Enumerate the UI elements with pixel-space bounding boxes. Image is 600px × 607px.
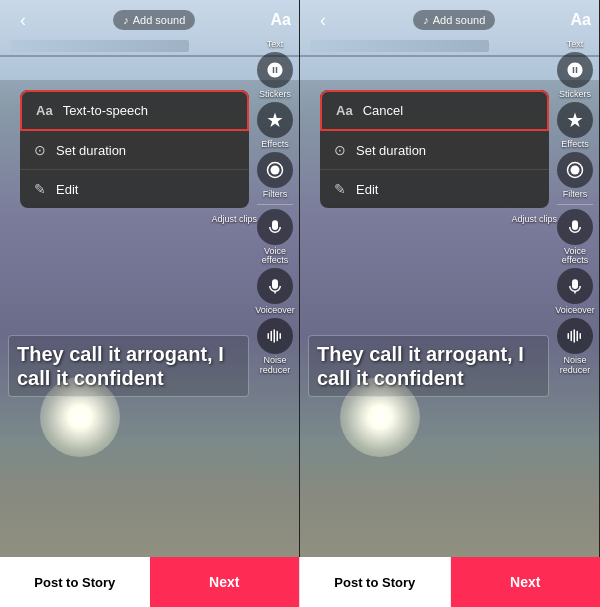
effects-icon-right [557, 102, 593, 138]
effects-icon [257, 102, 293, 138]
filters-label: Filters [263, 190, 288, 200]
voice-effects-label-right: Voice effects [555, 247, 595, 267]
caption-text-left: They call it arrogant, I call it confide… [8, 335, 249, 397]
bottom-bars: Post to Story Next Post to Story Next [0, 557, 600, 607]
tts-icon: Aa [36, 103, 53, 118]
noise-reducer-tool-right[interactable]: Noise reducer [555, 318, 595, 376]
duration-label: Set duration [56, 143, 126, 158]
cancel-label: Cancel [363, 103, 403, 118]
voice-effects-label: Voice effects [255, 247, 295, 267]
effects-label: Effects [261, 140, 288, 150]
edit-icon-right: ✎ [334, 181, 346, 197]
stickers-tool[interactable]: Stickers [257, 52, 293, 100]
text-style-button[interactable]: Aa [271, 11, 291, 29]
post-story-button-left[interactable]: Post to Story [0, 557, 150, 607]
filters-icon-right [557, 152, 593, 188]
filters-label-right: Filters [563, 190, 588, 200]
edit-label: Edit [56, 182, 78, 197]
voiceover-label-right: Voiceover [555, 306, 595, 316]
duration-label-right: Set duration [356, 143, 426, 158]
svg-point-0 [271, 165, 280, 174]
post-story-button-right[interactable]: Post to Story [300, 557, 451, 607]
filters-tool[interactable]: Filters [257, 152, 293, 200]
next-button-right[interactable]: Next [451, 557, 601, 607]
svg-rect-4 [271, 331, 273, 342]
stickers-icon-right [557, 52, 593, 88]
svg-rect-15 [580, 333, 582, 339]
context-menu-right: Aa Cancel ⊙ Set duration ✎ Edit [320, 90, 549, 208]
ceiling-detail-right [310, 40, 489, 52]
back-button[interactable]: ‹ [8, 10, 38, 31]
adjust-clips-label: Adjust clips [211, 215, 257, 225]
noise-reducer-icon [257, 318, 293, 354]
voice-effects-tool-right[interactable]: Voice effects [555, 209, 595, 267]
add-sound-button-right[interactable]: ♪ Add sound [413, 10, 495, 30]
toolbar-divider [257, 204, 293, 205]
next-button-left[interactable]: Next [150, 557, 300, 607]
filters-tool-right[interactable]: Filters [557, 152, 593, 200]
edit-item[interactable]: ✎ Edit [20, 170, 249, 208]
noise-reducer-label-right: Noise reducer [555, 356, 595, 376]
set-duration-item-right[interactable]: ⊙ Set duration [320, 131, 549, 170]
right-toolbar-right: Text Stickers Effects Filters [555, 40, 595, 376]
text-style-button-right[interactable]: Aa [571, 11, 591, 29]
edit-icon: ✎ [34, 181, 46, 197]
noise-reducer-tool[interactable]: Noise reducer [255, 318, 295, 376]
toolbar-divider-right [557, 204, 593, 205]
text-to-speech-item[interactable]: Aa Text-to-speech [20, 90, 249, 131]
tts-label: Text-to-speech [63, 103, 148, 118]
set-duration-item[interactable]: ⊙ Set duration [20, 131, 249, 170]
effects-tool-right[interactable]: Effects [557, 102, 593, 150]
cancel-item[interactable]: Aa Cancel [320, 90, 549, 131]
text-tool[interactable]: Text [267, 40, 284, 50]
svg-rect-13 [574, 329, 576, 343]
top-bar-right: ‹ ♪ Add sound Aa [300, 0, 599, 40]
voice-effects-icon-right [557, 209, 593, 245]
voiceover-icon [257, 268, 293, 304]
voiceover-tool[interactable]: Voiceover [255, 268, 295, 316]
right-panel: ‹ ♪ Add sound Aa Text Stickers [300, 0, 600, 557]
duration-icon-right: ⊙ [334, 142, 346, 158]
svg-rect-14 [577, 331, 579, 342]
voiceover-label: Voiceover [255, 306, 295, 316]
effects-label-right: Effects [561, 140, 588, 150]
svg-rect-5 [274, 329, 276, 343]
left-bottom-bar: Post to Story Next [0, 557, 300, 607]
right-toolbar: Text Stickers Effects Filters [255, 40, 295, 376]
right-bottom-bar: Post to Story Next [300, 557, 600, 607]
add-sound-label-right: Add sound [433, 14, 486, 26]
music-icon: ♪ [123, 14, 129, 26]
adjust-clips-label-right: Adjust clips [511, 215, 557, 225]
text-label: Text [267, 40, 284, 50]
context-menu-left: Aa Text-to-speech ⊙ Set duration ✎ Edit [20, 90, 249, 208]
left-panel: ‹ ♪ Add sound Aa Text Stickers [0, 0, 300, 557]
adjust-clips-area[interactable]: Adjust clips [211, 215, 257, 225]
noise-reducer-label: Noise reducer [255, 356, 295, 376]
voice-effects-tool[interactable]: Voice effects [255, 209, 295, 267]
svg-rect-12 [571, 331, 573, 342]
edit-label-right: Edit [356, 182, 378, 197]
voice-effects-icon [257, 209, 293, 245]
stickers-label-right: Stickers [559, 90, 591, 100]
svg-rect-7 [280, 333, 282, 339]
voiceover-tool-right[interactable]: Voiceover [555, 268, 595, 316]
duration-icon: ⊙ [34, 142, 46, 158]
back-button-right[interactable]: ‹ [308, 10, 338, 31]
svg-rect-3 [268, 333, 270, 339]
cancel-aa-icon: Aa [336, 103, 353, 118]
adjust-clips-area-right[interactable]: Adjust clips [511, 215, 557, 225]
edit-item-right[interactable]: ✎ Edit [320, 170, 549, 208]
ceiling-detail [10, 40, 189, 52]
caption-text-right: They call it arrogant, I call it confide… [308, 335, 549, 397]
text-label-right: Text [567, 40, 584, 50]
voiceover-icon-right [557, 268, 593, 304]
stickers-tool-right[interactable]: Stickers [557, 52, 593, 100]
text-tool-right[interactable]: Text [567, 40, 584, 50]
music-icon-right: ♪ [423, 14, 429, 26]
add-sound-button[interactable]: ♪ Add sound [113, 10, 195, 30]
effects-tool[interactable]: Effects [257, 102, 293, 150]
svg-rect-6 [277, 331, 279, 342]
top-bar: ‹ ♪ Add sound Aa [0, 0, 299, 40]
stickers-label: Stickers [259, 90, 291, 100]
filters-icon [257, 152, 293, 188]
